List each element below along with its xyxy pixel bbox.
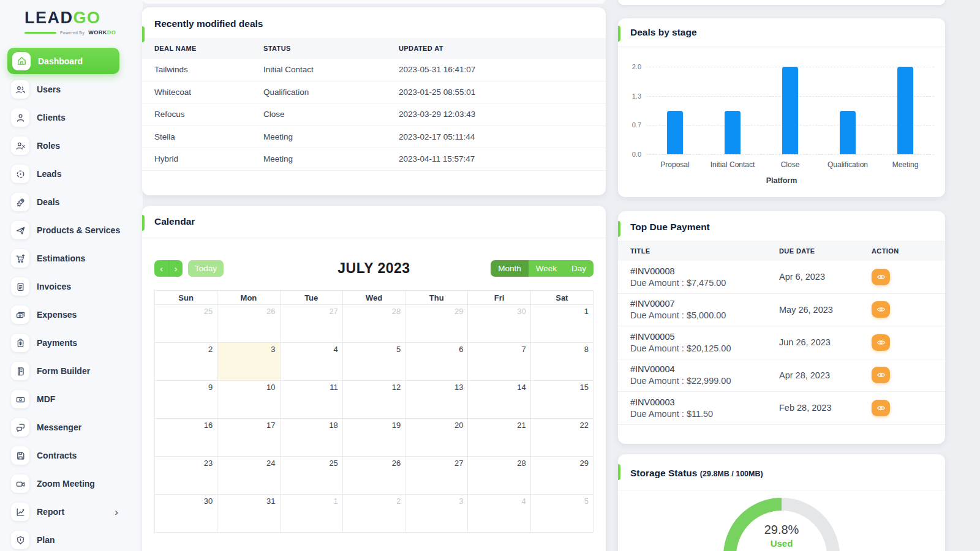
day-number: 30: [204, 497, 213, 506]
calendar-day-cell[interactable]: 5: [343, 343, 405, 381]
calendar-day-cell[interactable]: 31: [217, 495, 280, 533]
calendar-day-cell[interactable]: 23: [155, 457, 217, 495]
calendar-day-cell[interactable]: 27: [405, 457, 468, 495]
view-day-button[interactable]: Day: [564, 260, 594, 277]
view-month-button[interactable]: Month: [491, 260, 529, 277]
calendar-day-cell[interactable]: 1: [281, 495, 343, 533]
calendar-day-cell[interactable]: 6: [405, 343, 468, 381]
sidebar-item-leads[interactable]: Leads: [11, 165, 143, 183]
view-week-button[interactable]: Week: [529, 260, 564, 277]
calendar-day-cell[interactable]: 7: [468, 343, 530, 381]
calendar-day-cell[interactable]: 16: [155, 419, 217, 457]
app-logo[interactable]: LEADGO Powered By WORKDO: [0, 0, 143, 36]
calendar-day-cell[interactable]: 30: [468, 305, 530, 343]
storage-title: Storage Status: [630, 468, 697, 478]
calendar-day-cell[interactable]: 30: [155, 495, 217, 533]
calendar-day-cell[interactable]: 26: [343, 457, 405, 495]
main-column: Recently modified deals DEAL NAME STATUS…: [142, 0, 606, 551]
sidebar-item-plan[interactable]: Plan: [11, 531, 143, 549]
calendar-day-cell[interactable]: 3: [405, 495, 468, 533]
calendar-day-cell[interactable]: 9: [155, 381, 217, 419]
chart-bar: [667, 111, 683, 155]
sidebar-item-report[interactable]: Report ›: [11, 503, 143, 521]
day-number: 26: [392, 459, 401, 468]
sidebar-item-messenger[interactable]: Messenger: [11, 418, 143, 437]
calendar-day-cell[interactable]: 28: [468, 457, 530, 495]
view-invoice-button[interactable]: [872, 334, 890, 351]
calendar-day-cell[interactable]: 15: [531, 381, 594, 419]
calendar-day-cell[interactable]: 4: [281, 343, 343, 381]
day-number: 9: [208, 383, 213, 392]
col-updated-at: UPDATED AT: [399, 45, 606, 52]
day-number: 7: [521, 345, 526, 354]
calendar-day-cell[interactable]: 29: [531, 457, 594, 495]
calendar-day-cell[interactable]: 21: [468, 419, 530, 457]
sidebar-item-zoom-meeting[interactable]: Zoom Meeting: [11, 474, 143, 493]
sidebar-item-products-services[interactable]: Products & Services: [11, 221, 143, 239]
view-invoice-button[interactable]: [872, 400, 890, 416]
calendar-day-cell[interactable]: 27: [281, 305, 343, 343]
calendar-day-cell[interactable]: 29: [405, 305, 468, 343]
y-tick-label: 0.0: [618, 151, 641, 158]
sidebar-item-estimations[interactable]: Estimations: [11, 249, 143, 268]
calendar-day-cell[interactable]: 5: [531, 495, 594, 533]
calendar-day-cell[interactable]: 14: [468, 381, 530, 419]
video-camera-icon: [11, 474, 29, 493]
calendar-day-cell[interactable]: 22: [531, 419, 594, 457]
table-row[interactable]: Stella Meeting 2023-02-17 05:11:44: [142, 126, 606, 149]
table-row[interactable]: Refocus Close 2023-03-29 12:03:43: [142, 103, 606, 126]
day-number: 15: [580, 383, 589, 392]
calendar-day-cell[interactable]: 4: [468, 495, 530, 533]
payments-table-header: TITLE DUE DATE ACTION: [618, 241, 945, 261]
sidebar-item-expenses[interactable]: Expenses: [11, 305, 143, 324]
sidebar-item-mdf[interactable]: MDF: [11, 390, 143, 408]
due-date: Jun 26, 2023: [779, 337, 872, 347]
calendar-day-cell[interactable]: 18: [281, 419, 343, 457]
calendar-day-cell[interactable]: 19: [343, 419, 405, 457]
eye-icon: [876, 305, 886, 314]
sidebar-item-users[interactable]: Users: [11, 80, 143, 99]
calendar-day-cell[interactable]: 12: [343, 381, 405, 419]
calendar-day-cell[interactable]: 13: [405, 381, 468, 419]
calendar-toolbar: ‹ › Today JULY 2023 Month Week Day: [154, 260, 594, 277]
calendar-day-cell[interactable]: 17: [217, 419, 280, 457]
due-amount: Due Amount : $11.50: [630, 409, 779, 419]
sidebar-item-invoices[interactable]: Invoices: [11, 277, 143, 296]
sidebar-item-dashboard[interactable]: Dashboard: [7, 48, 119, 74]
sidebar-item-roles[interactable]: Roles: [11, 137, 143, 155]
sidebar-item-form-builder[interactable]: Form Builder: [11, 362, 143, 380]
table-row[interactable]: Tailwinds Initial Contact 2023-05-31 16:…: [142, 59, 606, 81]
sidebar-item-clients[interactable]: Clients: [11, 108, 143, 127]
calendar-day-cell[interactable]: 26: [217, 305, 280, 343]
day-number: 1: [334, 497, 338, 506]
calendar-day-cell[interactable]: 11: [281, 381, 343, 419]
table-row[interactable]: Whitecoat Qualification 2023-01-25 08:55…: [142, 81, 606, 104]
day-number: 4: [334, 345, 338, 354]
day-number: 26: [266, 307, 275, 316]
chart-title: Deals by stage: [630, 27, 933, 38]
chart-bar: [897, 67, 913, 154]
calendar-day-cell[interactable]: 20: [405, 419, 468, 457]
calendar-day-cell[interactable]: 2: [155, 343, 217, 381]
sidebar-item-deals[interactable]: Deals: [11, 193, 143, 211]
calendar-day-cell[interactable]: 8: [531, 343, 594, 381]
table-row: #INV00003Due Amount : $11.50 Feb 28, 202…: [618, 392, 945, 425]
invoices-file-icon: [11, 277, 29, 296]
calendar-day-cell[interactable]: 25: [155, 305, 217, 343]
sidebar-item-contracts[interactable]: Contracts: [11, 446, 143, 465]
view-invoice-button[interactable]: [872, 367, 890, 383]
table-row[interactable]: Hybrid Meeting 2023-04-11 15:57:47: [142, 148, 606, 171]
calendar-day-cell[interactable]: 2: [343, 495, 405, 533]
calendar-day-cell[interactable]: 3: [217, 343, 280, 381]
view-invoice-button[interactable]: [872, 301, 890, 318]
calendar-day-cell[interactable]: 28: [343, 305, 405, 343]
sidebar-item-payments[interactable]: Payments: [11, 334, 143, 352]
due-date: Apr 28, 2023: [779, 370, 872, 380]
view-invoice-button[interactable]: [872, 269, 890, 285]
calendar-day-cell[interactable]: 1: [531, 305, 594, 343]
calendar-day-cell[interactable]: 24: [217, 457, 280, 495]
chart-bar: [782, 67, 798, 154]
calendar-day-cell[interactable]: 25: [281, 457, 343, 495]
top-due-payment-card: Top Due Payment TITLE DUE DATE ACTION #I…: [618, 211, 945, 444]
calendar-day-cell[interactable]: 10: [217, 381, 280, 419]
